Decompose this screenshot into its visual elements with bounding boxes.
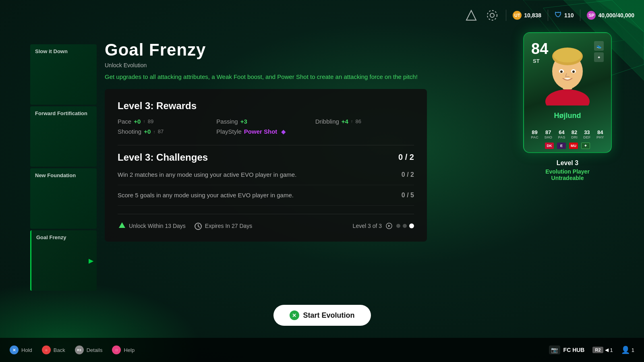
player-card: 84 ST [523, 32, 612, 153]
stat-dri-val: 82 [572, 129, 577, 135]
control-hold: ✕ Hold [10, 345, 32, 354]
reward-shooting-bonus: +0 [144, 128, 151, 135]
control-back: ○ Back [42, 345, 65, 354]
svg-marker-10 [119, 222, 125, 228]
stat-dri-lbl: DRI [571, 135, 578, 139]
sidebar-item-label-3: New Foundation [35, 172, 76, 179]
count-badge-2: 👤 1 [621, 345, 634, 354]
stat-sho-lbl: SHO [544, 135, 552, 139]
challenge-count-2: 0 / 5 [390, 192, 414, 199]
stat-sho-val: 87 [545, 129, 551, 135]
stat-sho: 87 SHO [544, 129, 552, 139]
reward-ps-label: PlayStyle [216, 128, 242, 135]
player-level-text: Level 3 [545, 159, 590, 167]
r3-button[interactable]: R3 [75, 345, 84, 354]
challenges-progress: 0 / 2 [398, 153, 414, 162]
reward-pace-bonus: +0 [134, 118, 141, 125]
flag-man-utd: MU [569, 143, 578, 149]
svg-point-8 [490, 13, 494, 17]
svg-point-9 [487, 10, 497, 20]
player-level-info: Level 3 Evolution Player Untradeable [545, 159, 590, 181]
level-label: Level 3 of 3 [353, 223, 382, 229]
currency-sp: SP 40,000/40,000 [587, 11, 634, 20]
expires-badge: Expires In 27 Days [194, 221, 253, 230]
flag-epl: E [557, 143, 566, 149]
count-1-value: 1 [610, 347, 613, 353]
level-nav-icon [386, 223, 392, 229]
sidebar-item-arrow-4: ▶ [89, 257, 93, 265]
card-flags: DK E MU ✦ [524, 143, 611, 149]
player-name: Højlund [524, 112, 611, 120]
timer-icon [194, 221, 203, 230]
hold-label: Hold [21, 347, 32, 353]
player-untradeable-text: Untradeable [545, 175, 590, 181]
sidebar-item-forward-fortification[interactable]: Forward Fortification [30, 106, 97, 167]
reward-passing-label: Passing [216, 118, 238, 125]
btn-x-icon: ✕ [289, 310, 299, 320]
square-button[interactable]: □ [112, 345, 121, 354]
hud-sep-2 [548, 10, 548, 21]
start-evolution-button[interactable]: ✕ Start Evolution [273, 305, 371, 326]
clock-icon [118, 221, 126, 230]
svg-line-13 [198, 226, 200, 228]
reward-shooting-arrow: ↑ [153, 129, 155, 134]
r2-button[interactable]: R2 [592, 347, 603, 353]
sidebar-item-label-2: Forward Fortification [35, 110, 87, 117]
challenge-item-2: Score 5 goals in any mode using your act… [118, 192, 414, 206]
stat-pac: 89 PAC [531, 129, 538, 139]
cross-button[interactable]: ✕ [10, 345, 19, 354]
arrow-left-icon: ◀ [605, 347, 609, 353]
player-image-area [535, 37, 600, 101]
svg-point-20 [553, 48, 582, 62]
reward-dribbling-arrow: ↑ [351, 119, 353, 124]
reward-shooting-base: 87 [158, 128, 164, 134]
stat-pac-val: 89 [532, 129, 537, 135]
player-section: 84 ST [511, 32, 624, 181]
shield-value: 110 [564, 12, 574, 19]
reward-pace-label: Pace [118, 118, 131, 125]
control-details: R3 Details [75, 345, 103, 354]
bottom-controls: ✕ Hold ○ Back R3 Details □ Help [10, 345, 135, 354]
content-card: Level 3: Rewards Pace +0 ↑ 89 Passing +3… [105, 89, 427, 242]
sidebar-item-goal-frenzy[interactable]: Goal Frenzy ▶ [30, 230, 97, 291]
dot-2 [403, 224, 407, 228]
currency-ut: UT 10,838 [513, 11, 541, 20]
stat-phy-lbl: PHY [596, 135, 604, 139]
flag-denmark: DK [545, 143, 554, 149]
divider-1 [118, 145, 414, 145]
person-icon: 👤 [621, 345, 630, 354]
reward-pace-base: 89 [148, 118, 153, 124]
reward-dribbling-base: 86 [355, 118, 361, 124]
camera-icon: 📷 [549, 345, 560, 354]
player-stats: 89 PAC 87 SHO 64 PAS 82 DRI 33 DEF [524, 129, 611, 139]
challenge-text-1: Win 2 matches in any mode using your act… [118, 171, 390, 178]
main-content: Goal Frenzy Unlock Evolution Get upgrade… [105, 40, 431, 242]
details-label: Details [87, 347, 103, 353]
fc-hub: 📷 FC HUB [549, 345, 585, 354]
reward-shooting-label: Shooting [118, 128, 141, 135]
back-label: Back [54, 347, 65, 353]
count-badge-1: R2 ◀ 1 [592, 347, 613, 353]
card-top-icons: 👟 ✦ [594, 41, 604, 62]
rewards-grid: Pace +0 ↑ 89 Passing +3 Dribbling +4 ↑ 8… [118, 118, 414, 135]
description: Get upgrades to all attacking attributes… [105, 72, 419, 82]
menu-icon[interactable] [464, 8, 478, 23]
stat-pac-lbl: PAC [531, 135, 538, 139]
sidebar-item-slow-it-down[interactable]: Slow it Down [30, 44, 97, 105]
control-help: □ Help [112, 345, 135, 354]
stat-def: 33 DEF [583, 129, 590, 139]
reward-ps-diamond: ◆ [281, 128, 286, 135]
player-evo-text: Evolution Player [545, 168, 590, 175]
sidebar-item-new-foundation[interactable]: New Foundation [30, 168, 97, 229]
settings-icon[interactable] [485, 8, 499, 23]
bottom-bar: ✕ Hold ○ Back R3 Details □ Help 📷 FC HUB… [0, 338, 644, 362]
reward-passing-bonus: +3 [240, 118, 247, 125]
challenge-item-1: Win 2 matches in any mode using your act… [118, 171, 414, 185]
challenges-title: Level 3: Challenges [118, 152, 208, 163]
reward-pace-arrow: ↑ [143, 119, 145, 124]
circle-button[interactable]: ○ [42, 345, 51, 354]
page-title: Goal Frenzy [105, 40, 431, 60]
svg-point-24 [572, 70, 575, 73]
sp-icon: SP [587, 11, 596, 20]
svg-point-16 [545, 89, 590, 105]
